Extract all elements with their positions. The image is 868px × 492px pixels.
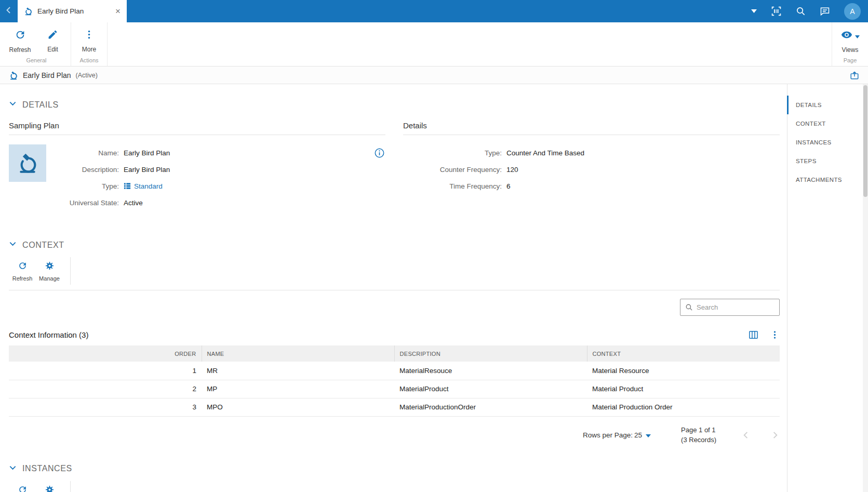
info-icon[interactable] — [375, 148, 384, 158]
pagination: Rows per Page:25 Page 1 of 1 (3 Records) — [9, 425, 787, 445]
rows-per-page-select[interactable]: Rows per Page:25 — [583, 431, 651, 439]
rows-per-page-label: Rows per Page: — [583, 431, 633, 439]
page-title: Early Bird Plan — [23, 71, 71, 79]
table-title: Context Information (3) — [9, 330, 88, 339]
details-section: DETAILS Sampling Plan — [9, 100, 787, 211]
tab-early-bird-plan[interactable]: Early Bird Plan × — [18, 0, 127, 22]
context-toolbar: Refresh Manage — [9, 257, 71, 285]
section-nav: DETAILS CONTEXT INSTANCES STEPS ATTACHME… — [787, 84, 863, 492]
field-label: Description: — [51, 166, 119, 174]
refresh-icon — [15, 29, 26, 43]
scan-icon[interactable] — [771, 6, 782, 17]
feedback-icon[interactable] — [820, 6, 830, 17]
manage-button[interactable]: Manage — [36, 481, 63, 492]
table-row[interactable]: 3 MPO MaterialProductionOrder Material P… — [9, 398, 780, 416]
column-header-context[interactable]: CONTEXT — [587, 345, 780, 362]
field-value: Early Bird Plan — [124, 166, 170, 174]
next-page-icon[interactable] — [770, 430, 780, 440]
details-section-header[interactable]: DETAILS — [9, 100, 59, 110]
cell-context: Material Resource — [587, 362, 780, 380]
ribbon-group-label-general: General — [4, 57, 69, 66]
field-label: Counter Frequency: — [403, 166, 502, 174]
records-count: (3 Records) — [681, 435, 716, 445]
export-icon[interactable] — [850, 71, 859, 80]
views-label: Views — [842, 46, 859, 54]
column-chooser-icon[interactable] — [749, 330, 758, 340]
context-heading: CONTEXT — [22, 241, 64, 250]
section-nav-item-context[interactable]: CONTEXT — [787, 114, 863, 133]
field-row-type: Type: Standard — [51, 178, 385, 194]
column-header-description[interactable]: DESCRIPTION — [394, 345, 587, 362]
cell-name: MPO — [202, 398, 394, 416]
search-icon[interactable] — [796, 6, 806, 16]
caret-down-icon — [646, 431, 651, 439]
field-row-counter-frequency: Counter Frequency: 120 — [403, 161, 780, 178]
sampling-plan-icon — [9, 71, 18, 80]
search-icon — [685, 303, 693, 311]
refresh-button[interactable]: Refresh — [9, 257, 36, 285]
caret-down-icon[interactable] — [751, 9, 757, 13]
caret-down-icon — [855, 31, 860, 41]
scrollbar-thumb[interactable] — [863, 85, 867, 197]
section-nav-item-details[interactable]: DETAILS — [787, 96, 863, 114]
cell-description: MaterialProduct — [394, 380, 587, 398]
refresh-button[interactable]: Refresh — [4, 22, 36, 57]
cell-order: 1 — [9, 362, 202, 380]
table-row[interactable]: 1 MR MaterialResouce Material Resource — [9, 362, 780, 380]
column-header-name[interactable]: NAME — [202, 345, 394, 362]
field-value: Early Bird Plan — [124, 149, 170, 157]
refresh-label: Refresh — [9, 46, 31, 54]
rows-per-page-value: 25 — [634, 431, 642, 439]
sampling-plan-panel-title: Sampling Plan — [9, 121, 385, 135]
field-label: Name: — [51, 149, 119, 157]
entity-titlebar: Early Bird Plan (Active) — [0, 67, 868, 84]
column-header-order[interactable]: ORDER — [9, 345, 202, 362]
section-nav-item-steps[interactable]: STEPS — [787, 152, 863, 170]
vertical-scrollbar[interactable] — [863, 84, 868, 492]
table-row[interactable]: 2 MP MaterialProduct Material Product — [9, 380, 780, 398]
cell-context: Material Product — [587, 380, 780, 398]
field-label: Universal State: — [51, 199, 119, 207]
table-menu-icon[interactable] — [770, 330, 780, 340]
field-label: Time Frequency: — [403, 182, 502, 190]
instances-section: INSTANCES Refresh Manage — [9, 464, 787, 492]
context-section-header[interactable]: CONTEXT — [9, 240, 64, 250]
search-input[interactable] — [697, 303, 774, 311]
cell-name: MR — [202, 362, 394, 380]
main-area: DETAILS Sampling Plan — [0, 84, 868, 492]
cell-description: MaterialResouce — [394, 362, 587, 380]
divider — [9, 290, 780, 290]
close-tab-icon[interactable]: × — [115, 7, 121, 16]
refresh-button[interactable]: Refresh — [9, 481, 36, 492]
previous-page-icon[interactable] — [741, 430, 751, 440]
type-link[interactable]: Standard — [134, 182, 163, 190]
chevron-down-icon — [9, 100, 17, 110]
context-section: CONTEXT Refresh Manage — [9, 240, 787, 445]
field-row-type: Type: Counter And Time Based — [403, 144, 780, 161]
back-button[interactable] — [0, 0, 18, 22]
microscope-icon — [16, 152, 39, 175]
instances-section-header[interactable]: INSTANCES — [9, 464, 72, 474]
refresh-icon — [18, 261, 28, 273]
views-button[interactable]: Views — [834, 22, 866, 57]
field-row-description: Description: Early Bird Plan — [51, 161, 385, 178]
field-value: 120 — [506, 166, 518, 174]
manage-label: Manage — [39, 275, 60, 282]
field-row-universal-state: Universal State: Active — [51, 194, 385, 211]
avatar-initial: A — [850, 7, 854, 16]
more-button[interactable]: More — [73, 22, 105, 57]
section-nav-item-attachments[interactable]: ATTACHMENTS — [787, 170, 863, 189]
field-label: Type: — [403, 149, 502, 157]
refresh-label: Refresh — [12, 275, 33, 282]
avatar[interactable]: A — [844, 3, 861, 20]
section-nav-item-instances[interactable]: INSTANCES — [787, 133, 863, 152]
ribbon-group-label-page: Page — [834, 57, 866, 66]
entity-thumbnail — [9, 144, 46, 182]
refresh-icon — [18, 485, 28, 492]
manage-button[interactable]: Manage — [36, 257, 63, 285]
edit-button[interactable]: Edit — [36, 22, 69, 57]
details-panel: Details Type: Counter And Time Based Cou… — [403, 121, 780, 211]
entity-state: (Active) — [76, 72, 98, 79]
cell-name: MP — [202, 380, 394, 398]
ribbon-group-actions: More Actions — [71, 22, 108, 66]
